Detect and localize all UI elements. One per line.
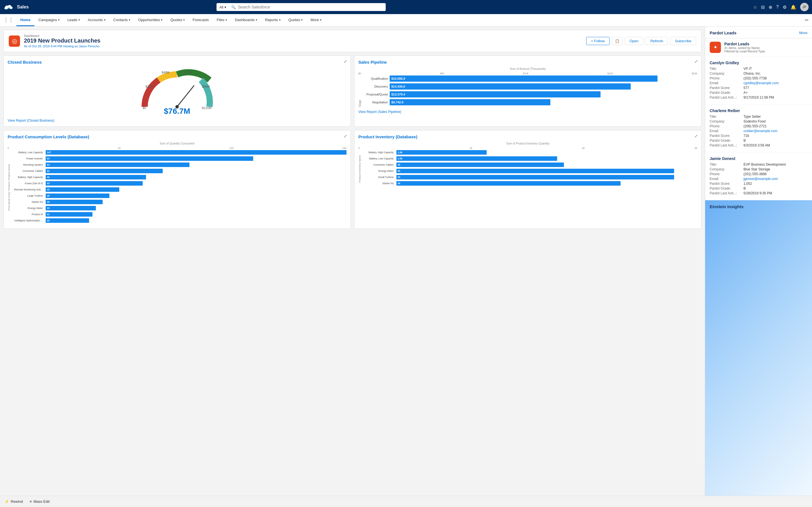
open-button[interactable]: Open [625,37,644,45]
rewind-button[interactable]: ⚡ Rewind [4,499,23,504]
pbar-1: Battery, Low Capacity 147 [12,150,347,155]
lead-1-title: VP IT [744,67,752,71]
lead-item-2: Charlene Reiber Title: Type Setter Compa… [705,105,812,152]
sales-pipeline-title: Sales Pipeline [358,60,697,64]
product-inventory-axis-title: Sum of Product Inventory Quantity [358,142,697,145]
bottombar: ⚡ Rewind ≡ Mass Edit [0,496,812,507]
right-panel: Pardot Leads More ✦ Pardot Leads 3+ item… [705,26,812,496]
closed-business-expand[interactable]: ⤢ [344,59,347,64]
lead-3-email[interactable]: jgenest@example.com [744,177,778,181]
charts-grid: Closed Business ⤢ $0 [3,55,702,229]
nav-contacts[interactable]: Contacts ▾ [109,14,134,26]
nav-opportunities[interactable]: Opportunities ▾ [134,14,166,26]
lead-2-score: 716 [744,134,749,138]
inv-bar-1: Battery, High Capacity 1.6k [363,150,697,155]
lead-3-phone: (201) 555-3886 [744,172,767,176]
pbar-4: Connector Cables 52 [12,169,347,173]
pbar-3: Mounting System 64 [12,163,347,167]
lead-2-last-row: Pardot Last Acti...: 6/3/2019 3:56 AM [710,144,808,147]
pbar-2: Power Inverter 93 [12,156,347,161]
search-input[interactable] [238,5,383,9]
lead-3-phone-row: Phone: (201) 555-3886 [710,172,808,176]
follow-button[interactable]: + Follow [586,37,610,45]
product-consumption-title: Product Consumption Levels (Database) [8,134,347,139]
lead-item-1: Carolyn Gridley Title: VP IT Company: Oh… [705,57,812,105]
lead-2-email-row: Email: creiber@example.com [710,129,808,133]
svg-point-3 [4,7,7,10]
star-icon[interactable]: ☆ [753,4,757,10]
lead-1-name[interactable]: Carolyn Gridley [710,61,808,65]
lead-1-grade-row: Pardot Grade: A+ [710,91,808,95]
lead-2-name[interactable]: Charlene Reiber [710,108,808,113]
product-inventory-y-label: Product Inventory Name [358,150,362,187]
einstein-section: Einstein Insights [705,200,812,496]
nav-dashboards[interactable]: Dashboards ▾ [231,14,261,26]
search-icon: 🔍 [231,5,236,9]
pardot-list-sub2: Filtered by Lead Record Type [724,50,765,53]
lead-1-company-row: Company: Ohana, Inc. [710,71,808,75]
lead-1-email[interactable]: cgridley@example.com [744,81,779,85]
help-icon[interactable]: ? [776,4,779,10]
topbar: ☁ Sales All ▾ 🔍 ☆ ⊟ ⊕ ? ⚙ 🔔 JP [0,0,812,14]
nav-leads[interactable]: Leads ▾ [63,14,84,26]
avatar[interactable]: JP [800,3,809,11]
nav-files[interactable]: Files ▾ [213,14,231,26]
main-layout: ◎ Dashboard 2019 New Product Launches As… [0,26,812,496]
nav-home[interactable]: Home [16,14,35,26]
closed-business-link[interactable]: View Report (Closed Business) [8,119,347,122]
settings-icon[interactable]: ⚙ [783,4,786,10]
sales-pipeline-link[interactable]: View Report (Sales Pipeline) [358,110,697,114]
sales-pipeline-expand[interactable]: ⤢ [695,59,698,64]
refresh-button[interactable]: Refresh [646,37,668,45]
share-button[interactable]: 📋 [612,37,622,45]
lead-3-score-row: Pardot Score: 1,052 [710,182,808,186]
product-inventory-expand[interactable]: ⤢ [695,134,698,138]
grid-menu-icon[interactable]: ⋮⋮ [3,14,16,26]
pbar-5: Battery, High Capacity 45 [12,175,347,179]
nav-campaigns[interactable]: Campaigns ▾ [35,14,63,26]
inv-bar-5: Small Turbine 5k [363,175,697,179]
dashboard-label: Dashboard [24,34,100,38]
search-bar[interactable]: All ▾ 🔍 [216,3,386,11]
nav-edit-icon[interactable]: ✏ [805,14,809,26]
negotiation-bar: Negotiation $9,742.9 [363,99,697,105]
list-icon[interactable]: ⊟ [761,4,765,10]
lead-2-email[interactable]: creiber@example.com [744,129,777,133]
pbar-8: Large Turbine 28 [12,193,347,198]
mass-edit-button[interactable]: ≡ Mass Edit [30,499,50,504]
search-prefix[interactable]: All ▾ [219,5,229,9]
pbar-12: Intelligent Optimization ... 20 [12,218,347,223]
lead-2-last: 6/3/2019 3:56 AM [744,144,770,147]
topbar-icons: ☆ ⊟ ⊕ ? ⚙ 🔔 JP [753,3,809,11]
qualification-bar: Qualification $16,086.9 [363,75,697,82]
lead-3-name[interactable]: Jamie Genest [710,156,808,161]
notifications-icon[interactable]: 🔔 [791,4,796,10]
nav-quotes[interactable]: Quotes ▾ [166,14,189,26]
add-icon[interactable]: ⊕ [769,4,772,10]
lead-2-title-row: Title: Type Setter [710,115,808,119]
gauge-svg: $0 $24M $48M $72M $96M $120M [138,67,216,112]
nav-forecasts[interactable]: Forecasts [189,14,213,26]
product-consumption-expand[interactable]: ⤢ [344,134,347,138]
subscribe-button[interactable]: Subscribe [670,37,696,45]
lead-3-last-row: Pardot Last Acti...: 5/28/2019 9:35 PM [710,191,808,195]
inv-bar-6: Starter Kit 4k [363,181,697,186]
company-label: Company: [710,71,744,75]
pardot-leads-title: Pardot Leads [710,31,737,35]
nav-reports[interactable]: Reports ▾ [261,14,285,26]
pbar-7: Remote Monitoring Sub... 33 [12,187,347,192]
svg-text:$48M: $48M [161,71,169,74]
nav-accounts[interactable]: Accounts ▾ [84,14,109,26]
dashboard-icon: ◎ [9,36,20,47]
pbar-10: Energy Meter 23 [12,206,347,210]
closed-business-title: Closed Business [8,60,347,64]
dashboard-actions: + Follow 📋 Open Refresh Subscribe [586,37,696,45]
lead-3-company-row: Company: Blue Star Storage [710,167,808,171]
svg-text:$24M: $24M [146,85,153,88]
lead-1-phone: (202) 555-7738 [744,76,767,80]
pardot-leads-more[interactable]: More [799,31,808,35]
nav-more[interactable]: More ▾ [306,14,325,26]
grade-label: Pardot Grade: [710,91,744,95]
nav-quotes2[interactable]: Quotes ▾ [285,14,307,26]
lead-1-email-row: Email: cgridley@example.com [710,81,808,85]
